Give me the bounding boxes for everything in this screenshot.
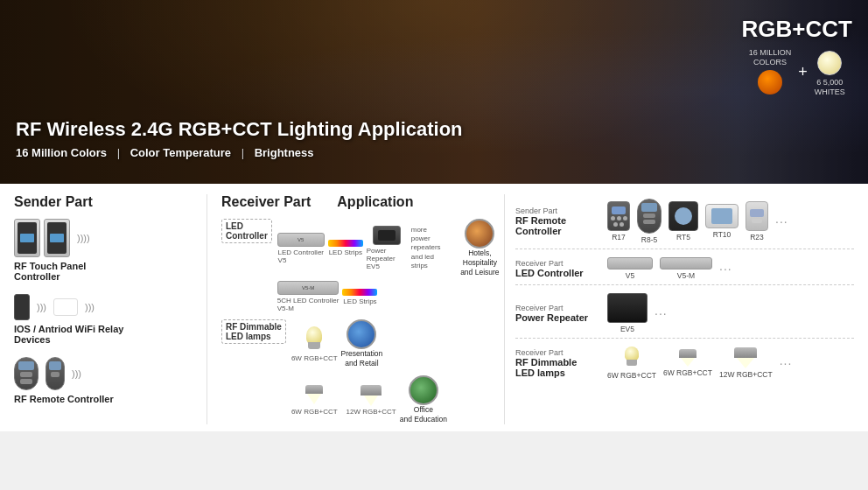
app-office: Officeand Education xyxy=(400,375,447,424)
more-repeaters-label: morepower repeatersand led strips xyxy=(411,226,452,271)
right-row-lamps-label: Receiver Part RF DimmableLED lamps xyxy=(515,348,598,378)
application-section-title-block: Application xyxy=(337,194,413,219)
spot-12w-right-label: 12W RGB+CCT xyxy=(719,370,773,379)
middle-section: Receiver Part Application LEDController … xyxy=(206,194,504,424)
more-devices-dots4: ··· xyxy=(780,356,793,370)
power-repeater-ev5: Power RepeaterEV5 xyxy=(367,226,408,270)
spot-12w-icon xyxy=(362,385,380,406)
sender-item-panel: )))) RF Touch PanelController xyxy=(14,219,206,282)
dev-rt5: RT5 xyxy=(668,201,698,242)
ev5-label: EV5 xyxy=(620,325,634,333)
repeater-ev5-label: Power RepeaterEV5 xyxy=(367,247,408,270)
sender-item-remote: ))) RF Remote Controller xyxy=(14,357,206,404)
hero-title-block: RF Wireless 2.4G RGB+CCT Lighting Applic… xyxy=(16,118,463,159)
r23-icon xyxy=(746,201,768,231)
led-ctrl-v5: V5 LED ControllerV5 xyxy=(277,233,325,264)
right-row-remote: Sender Part RF Remote Controller R17 xyxy=(515,194,854,249)
app-office-label: Officeand Education xyxy=(400,405,447,424)
dev-v5m: V5-M xyxy=(660,257,712,280)
rf-remote-icon2 xyxy=(46,357,65,390)
right-row-repeater: Receiver Part Power Repeater EV5 ··· xyxy=(515,289,854,339)
right-row-led-ctrl-devices: V5 V5-M ··· xyxy=(607,257,732,280)
spot-6w-right-label: 6W RGB+CCT xyxy=(663,368,712,377)
spot-6w: 6W RGB+CCT xyxy=(291,385,338,416)
badge-row: 16 MILLIONCOLORS + 6 5,000WHITES xyxy=(742,48,852,97)
rf-dimmable-group: RF DimmableLED lamps 6W RGB+CCT Presenta… xyxy=(221,319,504,424)
dev-bulb-6w: 6W RGB+CCT xyxy=(607,346,656,380)
dev-rt10: RT10 xyxy=(705,204,738,239)
led-strip1-icon xyxy=(328,240,363,247)
badge-whites: 6 5,000WHITES xyxy=(815,48,845,97)
app-hotel-icon xyxy=(465,219,494,248)
right-row-remote-top: Sender Part xyxy=(515,206,598,215)
led-ctrl-top-row: V5 LED ControllerV5 LED Strips Power Rep… xyxy=(277,219,504,277)
led-ctrl-label: LEDController xyxy=(221,219,272,243)
orange-circle-icon xyxy=(758,70,782,94)
right-row-repeater-label: Receiver Part Power Repeater xyxy=(515,304,598,323)
rf-row2: 6W RGB+CCT 12W RGB+CCT Officeand Educati… xyxy=(291,375,447,424)
wifi-signal-icon: ))) xyxy=(37,302,46,312)
right-grid: Sender Part RF Remote Controller R17 xyxy=(515,194,854,384)
rt5-label: RT5 xyxy=(676,233,690,242)
led-strip2-icon xyxy=(342,289,377,296)
led-ctrl-v5m-icon: V5-M xyxy=(277,281,339,295)
v5-label: V5 xyxy=(626,271,634,280)
hero-title: RF Wireless 2.4G RGB+CCT Lighting Applic… xyxy=(16,118,463,141)
hero-subtitle: 16 Million Colors | Color Temperature | … xyxy=(16,146,463,159)
sender-item-wifi: ))) ))) IOS / Antriod WiFi RelayDevices xyxy=(14,294,206,345)
rf-dimmable-label: RF DimmableLED lamps xyxy=(221,319,286,344)
plus-icon: + xyxy=(798,63,808,81)
spot-6w-icon xyxy=(305,385,323,406)
main-content: Sender Part )))) RF Touch PanelControlle… xyxy=(0,184,868,431)
app-pres-label: Presentationand Retail xyxy=(341,349,383,368)
right-row-led-ctrl: Receiver Part LED Controller V5 V5-M ··· xyxy=(515,253,854,285)
led-ctrl-devices: V5 LED ControllerV5 LED Strips Power Rep… xyxy=(277,219,504,312)
v5m-icon xyxy=(660,257,712,270)
more-devices-dots1: ··· xyxy=(775,214,788,228)
dev-spot-6w-right: 6W RGB+CCT xyxy=(663,349,712,377)
more-devices-dots2: ··· xyxy=(719,262,732,276)
panel-device-icon2 xyxy=(44,219,70,257)
wifi-device-label: IOS / Antriod WiFi RelayDevices xyxy=(14,324,123,345)
bulb-6w: 6W RGB+CCT xyxy=(291,326,338,362)
subtitle-item3: Brightness xyxy=(255,146,314,159)
white-circle-icon xyxy=(817,51,842,75)
led-ctrl-bottom-row: V5-M 5CH LED ControllerV5-M LED Strips xyxy=(277,281,504,312)
wifi-hub-icon xyxy=(53,298,78,316)
bulb-6w-right-label: 6W RGB+CCT xyxy=(607,371,656,380)
rf-row1: 6W RGB+CCT Presentationand Retail xyxy=(291,319,447,368)
right-row-led-ctrl-main: LED Controller xyxy=(515,268,598,278)
r17-label: R17 xyxy=(612,233,626,242)
spot-6w-right-icon xyxy=(679,349,696,367)
receiver-label-rf: RF DimmableLED lamps xyxy=(221,319,286,344)
receiver-section-title: Receiver Part xyxy=(221,194,311,210)
spot-12w: 12W RGB+CCT xyxy=(346,385,396,416)
rt10-icon xyxy=(705,204,738,228)
subtitle-item2: Color Temperature xyxy=(130,146,231,159)
wifi-device-row: ))) ))) xyxy=(14,294,94,320)
rt5-icon xyxy=(668,201,698,231)
right-row-remote-main: RF Remote Controller xyxy=(515,215,598,236)
spot-12w-label: 12W RGB+CCT xyxy=(346,408,396,416)
remote-device-label: RF Remote Controller xyxy=(14,394,114,404)
right-row-lamps-devices: 6W RGB+CCT 6W RGB+CCT xyxy=(607,346,792,380)
badge-whites-label: 6 5,000WHITES xyxy=(815,78,845,97)
ev5-icon xyxy=(607,293,648,323)
rf-signal-icon: ))) xyxy=(72,368,81,379)
led-ctrl-v5m: V5-M 5CH LED ControllerV5-M xyxy=(277,281,340,312)
more-devices-dots3: ··· xyxy=(654,306,668,320)
app-hotel: Hotels, Hospitalityand Leisure xyxy=(456,219,504,277)
dev-r17: R17 xyxy=(607,201,630,242)
hero-badge: RGB+CCT 16 MILLIONCOLORS + 6 5,000WHITES xyxy=(742,16,852,97)
r23-label: R23 xyxy=(750,233,764,242)
right-row-remote-devices: R17 R8-5 RT5 xyxy=(607,199,788,244)
led-strip2-label: LED Strips xyxy=(343,298,376,305)
application-section-title: Application xyxy=(337,194,413,210)
dev-spot-12w-right: 12W RGB+CCT xyxy=(719,347,773,379)
hero-section: RF Wireless 2.4G RGB+CCT Lighting Applic… xyxy=(0,0,868,184)
receiver-label-led: LEDController xyxy=(221,219,272,243)
phone-icon xyxy=(14,294,30,320)
bulb-6w-icon xyxy=(304,326,324,353)
dev-r23: R23 xyxy=(746,201,768,242)
right-row-repeater-devices: EV5 ··· xyxy=(607,293,668,333)
